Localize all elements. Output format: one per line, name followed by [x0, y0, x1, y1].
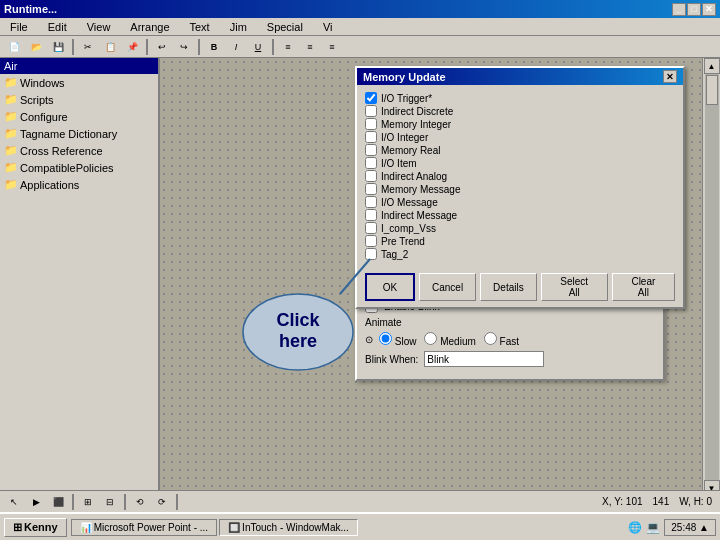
align-center-button[interactable]: ≡ — [300, 38, 320, 56]
checkbox-io-integer-input[interactable] — [365, 131, 377, 143]
start-button[interactable]: ⊞ Kenny — [4, 518, 67, 537]
tree-item-tagname[interactable]: 📁 Tagname Dictionary — [0, 125, 158, 142]
dialog-memory-title: Memory Update ✕ — [357, 68, 683, 85]
slide-area[interactable]: Memory Update ✕ I/O Trigger* Indirect Di… — [160, 58, 702, 496]
checkbox-memory-integer-input[interactable] — [365, 118, 377, 130]
checkbox-indirect-analog-input[interactable] — [365, 170, 377, 182]
taskbar-item-powerpoint[interactable]: 📊 Microsoft Power Point - ... — [71, 519, 217, 536]
italic-button[interactable]: I — [226, 38, 246, 56]
underline-button[interactable]: U — [248, 38, 268, 56]
checkbox-memory-real-input[interactable] — [365, 144, 377, 156]
bold-button[interactable]: B — [204, 38, 224, 56]
checkbox-io-item-input[interactable] — [365, 157, 377, 169]
checkbox-io-message-input[interactable] — [365, 196, 377, 208]
checkbox-indirect-message: Indirect Message — [365, 209, 675, 221]
align-right-button[interactable]: ≡ — [322, 38, 342, 56]
align-left-button[interactable]: ≡ — [278, 38, 298, 56]
speed-fast-label: Fast — [484, 332, 519, 347]
open-button[interactable]: 📂 — [26, 38, 46, 56]
undo-button[interactable]: ↩ — [152, 38, 172, 56]
menu-text[interactable]: Text — [184, 20, 216, 34]
menu-bar: File Edit View Arrange Text Jim Special … — [0, 18, 720, 36]
tree-item-configure[interactable]: 📁 Configure — [0, 108, 158, 125]
bottom-sep-2 — [124, 494, 126, 510]
bottom-btn-5[interactable]: ⊟ — [100, 493, 120, 511]
bottom-btn-6[interactable]: ⟲ — [130, 493, 150, 511]
paste-button[interactable]: 📌 — [122, 38, 142, 56]
checkbox-indirect-discrete: Indirect Discrete — [365, 105, 675, 117]
menu-view[interactable]: View — [81, 20, 117, 34]
network-icon: 💻 — [646, 521, 660, 534]
bottom-btn-2[interactable]: ▶ — [26, 493, 46, 511]
tree-item-applications[interactable]: 📁 Applications — [0, 176, 158, 193]
checkbox-io-item: I/O Item — [365, 157, 675, 169]
close-button[interactable]: ✕ — [702, 3, 716, 16]
tree-item-windows[interactable]: 📁 Windows — [0, 74, 158, 91]
menu-jim[interactable]: Jim — [224, 20, 253, 34]
speed-fast-radio[interactable] — [484, 332, 497, 345]
tree-item-compat[interactable]: 📁 CompatiblePolicies — [0, 159, 158, 176]
tree-item-cross-ref[interactable]: 📁 Cross Reference — [0, 142, 158, 159]
powerpoint-icon: 📊 — [80, 522, 92, 533]
speed-medium-label: Medium — [424, 332, 475, 347]
folder-icon-3: 📁 — [4, 110, 18, 123]
checkbox-memory-message-input[interactable] — [365, 183, 377, 195]
checkbox-io-trigger-input[interactable] — [365, 92, 377, 104]
select-all-button[interactable]: Select All — [541, 273, 608, 301]
bottom-btn-3[interactable]: ⬛ — [48, 493, 68, 511]
right-scrollbar: ▲ ▼ — [702, 58, 720, 496]
taskbar-items: 📊 Microsoft Power Point - ... 🔲 InTouch … — [71, 519, 625, 536]
bottom-sep-1 — [72, 494, 74, 510]
title-bar-buttons: _ □ ✕ — [672, 3, 716, 16]
checkbox-pre-trend-input[interactable] — [365, 235, 377, 247]
folder-icon-6: 📁 — [4, 161, 18, 174]
folder-icon-2: 📁 — [4, 93, 18, 106]
blink-when-row: Blink When: — [365, 351, 655, 367]
checkbox-icomp-vss-input[interactable] — [365, 222, 377, 234]
toolbar-sep-1 — [72, 39, 74, 55]
copy-button[interactable]: 📋 — [100, 38, 120, 56]
speed-medium-radio[interactable] — [424, 332, 437, 345]
animate-row: Animate — [365, 317, 655, 328]
taskbar-item-intouch[interactable]: 🔲 InTouch - WindowMak... — [219, 519, 358, 536]
blink-when-input[interactable] — [424, 351, 544, 367]
menu-special[interactable]: Special — [261, 20, 309, 34]
menu-arrange[interactable]: Arrange — [124, 20, 175, 34]
checkbox-indirect-message-input[interactable] — [365, 209, 377, 221]
clear-all-button[interactable]: Clear All — [612, 273, 675, 301]
checkbox-indirect-discrete-input[interactable] — [365, 105, 377, 117]
checkbox-pre-trend: Pre Trend — [365, 235, 675, 247]
bottom-btn-4[interactable]: ⊞ — [78, 493, 98, 511]
minimize-button[interactable]: _ — [672, 3, 686, 16]
menu-edit[interactable]: Edit — [42, 20, 73, 34]
checkbox-io-trigger: I/O Trigger* — [365, 92, 675, 104]
tree-item-scripts[interactable]: 📁 Scripts — [0, 91, 158, 108]
app-title: Runtime... — [4, 3, 57, 15]
vertical-scrollbar: ▲ ▼ — [703, 58, 720, 496]
speed-row: ⊙ Slow Medium Fast — [365, 332, 655, 347]
toolbar-sep-4 — [272, 39, 274, 55]
save-button[interactable]: 💾 — [48, 38, 68, 56]
bottom-btn-7[interactable]: ⟳ — [152, 493, 172, 511]
system-clock: 25:48 ▲ — [664, 519, 716, 536]
scroll-thumb[interactable] — [706, 75, 718, 105]
callout-arrow-line — [340, 259, 370, 294]
new-button[interactable]: 📄 — [4, 38, 24, 56]
bottom-btn-1[interactable]: ↖ — [4, 493, 24, 511]
redo-button[interactable]: ↪ — [174, 38, 194, 56]
menu-vi[interactable]: Vi — [317, 20, 339, 34]
left-panel: Air 📁 Windows 📁 Scripts 📁 Configure 📁 Ta… — [0, 58, 160, 496]
main-toolbar: 📄 📂 💾 ✂ 📋 📌 ↩ ↪ B I U ≡ ≡ ≡ — [0, 36, 720, 58]
maximize-button[interactable]: □ — [687, 3, 701, 16]
dialog-memory-close[interactable]: ✕ — [663, 70, 677, 83]
details-button[interactable]: Details — [480, 273, 537, 301]
checkbox-io-message: I/O Message — [365, 196, 675, 208]
bottom-sep-3 — [176, 494, 178, 510]
coord-value: 141 — [649, 496, 674, 507]
menu-file[interactable]: File — [4, 20, 34, 34]
scroll-up-button[interactable]: ▲ — [704, 58, 720, 74]
speed-radio-group: Slow Medium Fast — [379, 332, 519, 347]
cut-button[interactable]: ✂ — [78, 38, 98, 56]
scroll-track[interactable] — [705, 74, 719, 480]
cancel-button[interactable]: Cancel — [419, 273, 476, 301]
